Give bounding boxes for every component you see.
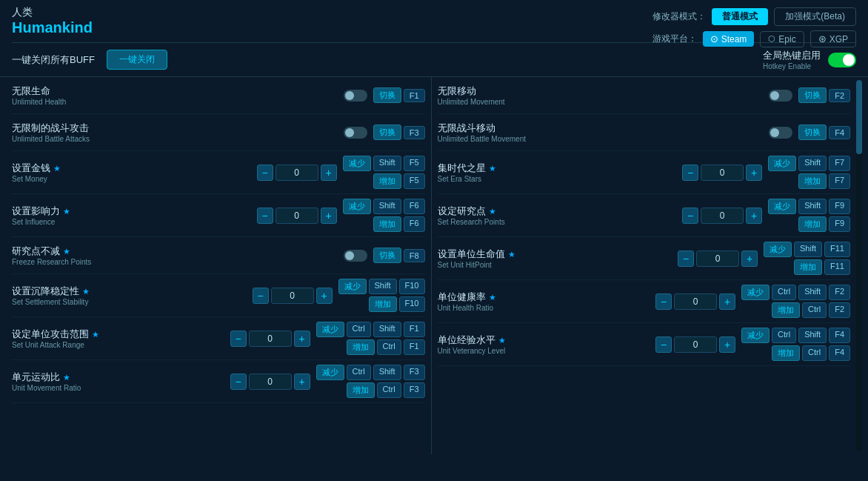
- key-action-increase-ctrl-f1[interactable]: 增加: [347, 339, 375, 355]
- key-ctrl: Ctrl: [347, 322, 371, 337]
- xbox-icon: ⊛: [818, 33, 827, 44]
- key-action-increase-f5[interactable]: 增加: [373, 173, 401, 189]
- key-action-toggle-f4[interactable]: 切换: [798, 125, 827, 140]
- key-action-increase-ctrl-f4[interactable]: 增加: [772, 345, 800, 361]
- value-influence[interactable]: [276, 208, 318, 224]
- increment-movement-ratio[interactable]: +: [294, 374, 310, 390]
- decrement-money[interactable]: −: [257, 165, 273, 181]
- platform-epic-btn[interactable]: ⬡ Epic: [760, 31, 804, 47]
- cheat-name-cn: 单元运动比: [12, 371, 60, 384]
- decrement-health-ratio[interactable]: −: [655, 293, 672, 310]
- value-attack-range[interactable]: [249, 331, 292, 347]
- decrement-influence[interactable]: −: [257, 208, 273, 224]
- key-shift: Shift: [373, 156, 401, 171]
- value-health-ratio[interactable]: [674, 293, 717, 310]
- key-f10: F10: [399, 279, 425, 294]
- toggle-unlimited-movement[interactable]: [769, 90, 792, 102]
- key-action-decrease-f7[interactable]: 减少: [768, 156, 796, 171]
- hotkey-toggle[interactable]: [828, 53, 856, 67]
- increment-era-stars[interactable]: +: [746, 165, 762, 181]
- key-action-decrease-ctrl-shift-f4[interactable]: 减少: [741, 328, 769, 343]
- epic-icon: ⬡: [768, 34, 775, 44]
- close-all-btn[interactable]: 一键关闭: [107, 50, 167, 70]
- cheat-name-en: Set Settlement Stability: [12, 298, 247, 306]
- modifier-label: 修改器模式：: [652, 10, 706, 23]
- key-f5: F5: [404, 156, 425, 171]
- increment-stability[interactable]: +: [316, 288, 333, 304]
- platform-steam-btn[interactable]: ⊙ Steam: [703, 31, 755, 47]
- key-action-increase-ctrl-f2[interactable]: 增加: [772, 302, 800, 318]
- enhanced-mode-btn[interactable]: 加强模式(Beta): [774, 7, 856, 26]
- key-f1-3: F1: [404, 339, 425, 355]
- key-f6: F6: [404, 199, 425, 214]
- steam-icon: ⊙: [710, 33, 718, 44]
- scrollbar-thumb[interactable]: [856, 80, 862, 154]
- cheat-set-influence: 设置影响力 ★ Set Influence − + 减少 Shift F6: [12, 194, 425, 237]
- decrement-research[interactable]: −: [682, 208, 698, 224]
- key-ctrl-6: Ctrl: [802, 302, 827, 318]
- decrement-movement-ratio[interactable]: −: [230, 374, 247, 390]
- key-action-decrease-ctrl-shift-f2[interactable]: 减少: [741, 285, 769, 300]
- increment-money[interactable]: +: [321, 165, 337, 181]
- cheat-veterancy-level: 单位经验水平 ★ Unit Veterancy Level − + 减少 Ctr…: [438, 323, 851, 366]
- toggle-unlimited-battle-movement[interactable]: [769, 127, 792, 139]
- decrement-attack-range[interactable]: −: [230, 331, 247, 347]
- key-action-decrease-f5[interactable]: 减少: [343, 156, 371, 171]
- increment-health-ratio[interactable]: +: [719, 293, 735, 310]
- cheat-unit-attack-range: 设定单位攻击范围 ★ Set Unit Attack Range − + 减少 …: [12, 317, 425, 360]
- key-action-increase-f9[interactable]: 增加: [798, 216, 827, 232]
- increment-hitpoint[interactable]: +: [741, 251, 758, 267]
- toggle-unlimited-battle-attacks[interactable]: [344, 127, 367, 139]
- key-f4-2: F4: [829, 328, 850, 343]
- value-money[interactable]: [276, 165, 318, 181]
- value-stability[interactable]: [271, 288, 314, 304]
- cheat-name-cn: 无限生命: [12, 84, 338, 98]
- cheat-unit-health-ratio: 单位健康率 ★ Unit Health Ratio − + 减少 Ctrl Sh…: [438, 280, 851, 323]
- cheat-unit-movement-ratio: 单元运动比 ★ Unit Movement Ratio − + 减少 Ctrl …: [12, 360, 425, 403]
- increment-influence[interactable]: +: [321, 208, 337, 224]
- key-action-decrease-ctrl-shift-f1[interactable]: 减少: [316, 322, 344, 337]
- platform-xgp-btn[interactable]: ⊛ XGP: [810, 30, 856, 47]
- key-action-decrease-f11[interactable]: 减少: [764, 242, 792, 257]
- key-action-decrease-ctrl-shift-f3[interactable]: 减少: [316, 365, 344, 380]
- key-action-toggle-f8[interactable]: 切换: [373, 248, 401, 263]
- key-f3-3: F3: [404, 382, 425, 398]
- key-f6b: F6: [404, 216, 425, 232]
- toggle-freeze-research[interactable]: [344, 250, 367, 262]
- normal-mode-btn[interactable]: 普通模式: [712, 8, 768, 25]
- key-shift-f7: Shift: [798, 156, 827, 171]
- key-action-increase-ctrl-f3[interactable]: 增加: [347, 382, 375, 398]
- key-ctrl-5: Ctrl: [772, 285, 796, 300]
- key-f7: F7: [829, 156, 850, 171]
- value-veterancy[interactable]: [674, 336, 717, 353]
- key-action-toggle-f2[interactable]: 切换: [798, 87, 827, 103]
- increment-veterancy[interactable]: +: [719, 336, 735, 353]
- key-action-decrease-f6[interactable]: 减少: [343, 199, 371, 214]
- cheat-name-cn: 设定单位攻击范围: [12, 328, 89, 341]
- scrollbar[interactable]: [856, 80, 862, 451]
- decrement-stability[interactable]: −: [253, 288, 269, 304]
- key-action-toggle-f1[interactable]: 切换: [373, 87, 401, 103]
- key-action-increase-f7[interactable]: 增加: [798, 173, 827, 189]
- star-icon: ★: [82, 287, 90, 296]
- key-action-increase-f10[interactable]: 增加: [369, 296, 397, 312]
- key-shift-4: Shift: [798, 285, 827, 300]
- value-era-stars[interactable]: [701, 165, 744, 181]
- key-action-toggle-f3[interactable]: 切换: [373, 125, 401, 140]
- decrement-era-stars[interactable]: −: [682, 165, 698, 181]
- key-action-decrease-f9[interactable]: 减少: [768, 199, 796, 214]
- value-movement-ratio[interactable]: [249, 374, 292, 390]
- key-action-increase-f6[interactable]: 增加: [373, 216, 401, 232]
- key-f7b: F7: [829, 173, 850, 189]
- value-research[interactable]: [701, 208, 744, 224]
- key-ctrl-3: Ctrl: [347, 365, 371, 380]
- key-action-increase-f11[interactable]: 增加: [794, 259, 822, 275]
- toggle-unlimited-health[interactable]: [344, 90, 367, 102]
- key-action-decrease-f10[interactable]: 减少: [338, 279, 367, 294]
- decrement-hitpoint[interactable]: −: [678, 251, 694, 267]
- key-f2: F2: [829, 89, 850, 102]
- increment-research[interactable]: +: [746, 208, 762, 224]
- value-hitpoint[interactable]: [696, 251, 739, 267]
- decrement-veterancy[interactable]: −: [655, 336, 672, 353]
- increment-attack-range[interactable]: +: [294, 331, 310, 347]
